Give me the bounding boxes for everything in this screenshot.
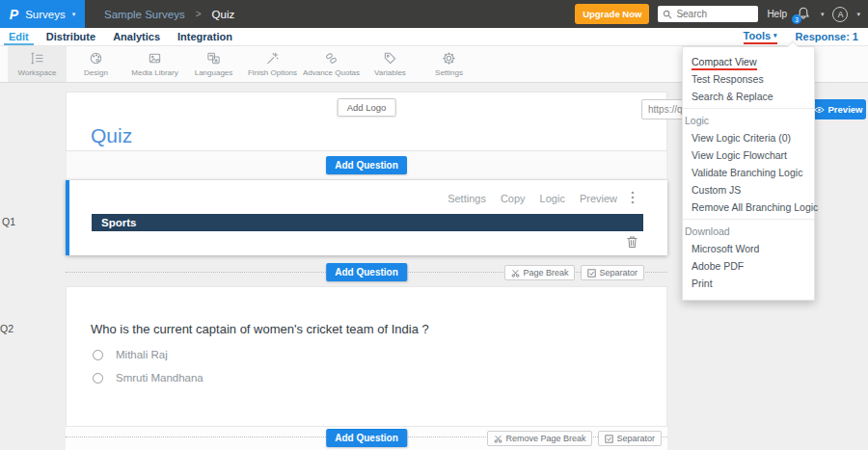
page-break-strip-bottom: Add Question Remove Page Break Separator	[66, 427, 667, 450]
menu-item-view-logic-criteria[interactable]: View Logic Criteria (0)	[683, 129, 814, 146]
separator-button[interactable]: Separator	[581, 265, 644, 280]
survey-title[interactable]: Quiz	[91, 124, 132, 147]
menu-item-print[interactable]: Print	[683, 275, 814, 292]
page-break-button[interactable]: Page Break	[504, 265, 575, 280]
toolbar-item-workspace[interactable]: Workspace	[8, 46, 67, 82]
toolbar-item-languages[interactable]: Languages	[184, 46, 243, 82]
toolbar-item-design[interactable]: Design	[67, 46, 125, 82]
break-controls: Page Break Separator	[504, 265, 644, 280]
add-logo-button[interactable]: Add Logo	[338, 98, 396, 117]
breadcrumb: Sample Surveys > Quiz	[104, 9, 234, 20]
menu-item-validate-branching-logic[interactable]: Validate Branching Logic	[683, 164, 814, 181]
nav-right: Tools ▾ Response: 1	[744, 28, 868, 45]
question-text[interactable]: Who is the current captain of women's cr…	[91, 322, 429, 336]
chain-links-icon	[324, 51, 339, 66]
tools-dropdown-menu: Compact View Test Responses Search & Rep…	[682, 46, 815, 301]
radio-button[interactable]	[93, 373, 103, 384]
response-count[interactable]: Response: 1	[796, 31, 858, 42]
toolbar-item-media-library[interactable]: Media Library	[125, 46, 184, 82]
kebab-menu-icon[interactable]	[631, 191, 635, 204]
workspace-icon	[30, 51, 44, 66]
page-break-strip: Add Question Page Break Separator	[66, 255, 667, 286]
module-nav: Edit Distribute Analytics Integration To…	[0, 28, 868, 46]
question-card-q1[interactable]: Settings Copy Logic Preview Sports	[66, 180, 667, 255]
questionpro-logo-icon: P	[10, 7, 18, 22]
upgrade-now-button[interactable]: Upgrade Now	[575, 4, 649, 24]
add-question-button[interactable]: Add Question	[326, 429, 407, 447]
question-actions: Settings Copy Logic Preview	[448, 193, 617, 204]
tag-icon	[383, 51, 397, 66]
menu-section-download: Download	[683, 223, 814, 240]
menu-item-custom-js[interactable]: Custom JS	[683, 181, 814, 199]
tab-distribute[interactable]: Distribute	[41, 28, 100, 45]
question-preview-link[interactable]: Preview	[580, 193, 617, 204]
topbar: P Surveys ▾ Sample Surveys > Quiz Upgrad…	[0, 0, 868, 28]
search-icon	[663, 10, 672, 19]
remove-page-break-button[interactable]: Remove Page Break	[487, 431, 592, 446]
add-question-button[interactable]: Add Question	[326, 263, 407, 281]
add-question-strip-top: Add Question	[66, 151, 667, 180]
image-icon	[148, 51, 162, 66]
question-number-q1: Q1	[2, 216, 15, 227]
menu-item-test-responses[interactable]: Test Responses	[683, 70, 814, 88]
toolbar-item-variables[interactable]: Variables	[361, 46, 420, 82]
breadcrumb-separator-icon: >	[196, 9, 202, 19]
answer-option[interactable]: Smruti Mandhana	[93, 372, 203, 384]
help-link[interactable]: Help	[767, 9, 787, 19]
surveys-app-menu[interactable]: P Surveys ▾	[0, 0, 85, 28]
chevron-down-icon: ▾	[72, 11, 76, 18]
chevron-down-icon[interactable]: ▾	[856, 11, 860, 18]
preview-button[interactable]: Preview	[810, 99, 866, 119]
global-search	[658, 6, 758, 22]
tab-integration[interactable]: Integration	[173, 28, 237, 45]
magic-wand-icon	[265, 51, 280, 66]
menu-section-logic: Logic	[683, 112, 814, 129]
breadcrumb-parent[interactable]: Sample Surveys	[104, 9, 185, 20]
palette-icon	[89, 51, 103, 66]
add-question-button[interactable]: Add Question	[326, 156, 407, 174]
menu-item-adobe-pdf[interactable]: Adobe PDF	[683, 257, 814, 275]
topbar-right: Upgrade Now Help 3 ▾ A ▾	[575, 4, 868, 24]
menu-item-compact-view[interactable]: Compact View	[683, 53, 814, 70]
tab-analytics[interactable]: Analytics	[108, 28, 165, 45]
question-logic-link[interactable]: Logic	[540, 193, 565, 204]
gear-icon	[442, 51, 456, 66]
search-input[interactable]	[676, 9, 753, 19]
scissors-icon	[494, 435, 502, 443]
breadcrumb-current: Quiz	[212, 9, 235, 20]
tools-menu-trigger[interactable]: Tools ▾	[744, 30, 777, 44]
toolbar-item-advance-quotas[interactable]: Advance Quotas	[302, 46, 361, 82]
separator-button[interactable]: Separator	[598, 431, 662, 446]
app-menu-label: Surveys	[25, 9, 66, 20]
tab-edit[interactable]: Edit	[4, 28, 34, 45]
question-number-q2: Q2	[0, 323, 14, 334]
tools-label: Tools	[744, 30, 772, 41]
eye-icon	[814, 106, 825, 114]
avatar[interactable]: A	[832, 7, 848, 22]
question-copy-link[interactable]: Copy	[501, 193, 526, 204]
chevron-down-icon[interactable]: ▾	[821, 11, 825, 18]
chevron-down-icon: ▾	[773, 32, 777, 40]
menu-item-search-replace[interactable]: Search & Replace	[683, 88, 814, 105]
block-header-title[interactable]: Sports	[92, 214, 643, 231]
answer-option[interactable]: Mithali Raj	[93, 349, 168, 360]
toolbar-item-finish-options[interactable]: Finish Options	[243, 46, 302, 82]
notification-badge: 3	[792, 14, 801, 24]
menu-item-microsoft-word[interactable]: Microsoft Word	[683, 240, 814, 257]
checkbox-icon	[605, 435, 613, 443]
survey-header-card: Add Logo Quiz	[66, 92, 667, 151]
question-settings-link[interactable]: Settings	[448, 193, 486, 204]
toolbar-item-settings[interactable]: Settings	[420, 46, 478, 82]
menu-divider	[683, 108, 814, 109]
scissors-icon	[511, 269, 520, 278]
trash-icon[interactable]	[626, 235, 638, 249]
break-controls: Remove Page Break Separator	[487, 431, 662, 446]
menu-divider	[683, 219, 814, 220]
radio-button[interactable]	[93, 350, 103, 360]
checkbox-icon	[587, 269, 596, 278]
question-card-q2[interactable]: Who is the current captain of women's cr…	[66, 286, 667, 427]
menu-item-view-logic-flowchart[interactable]: View Logic Flowchart	[683, 146, 814, 164]
notifications-bell[interactable]: 3	[796, 6, 812, 22]
translate-icon	[206, 51, 221, 66]
menu-item-remove-all-branching-logic[interactable]: Remove All Branching Logic	[683, 199, 814, 216]
